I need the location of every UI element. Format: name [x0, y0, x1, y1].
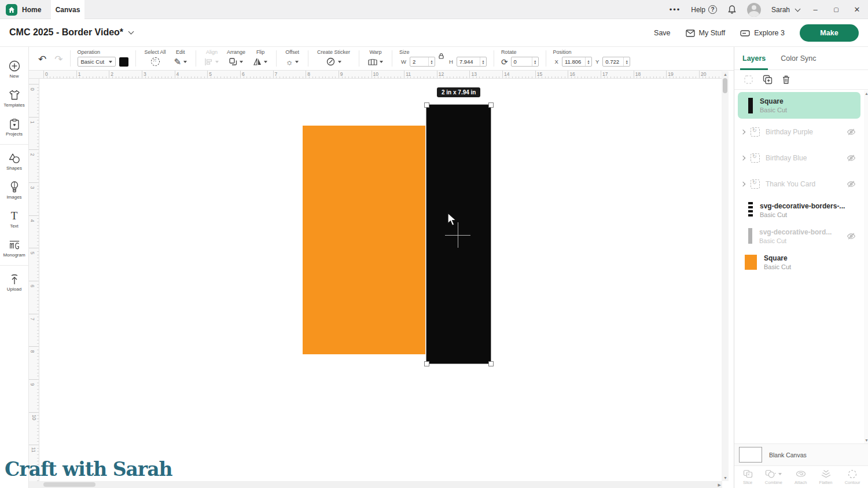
layer-row-0[interactable]: SquareBasic Cut: [738, 92, 860, 119]
user-menu-chevron-icon[interactable]: [795, 6, 801, 12]
shapes-icon: [9, 152, 20, 164]
make-button[interactable]: Make: [800, 24, 859, 42]
offset-icon: ☼: [286, 57, 293, 67]
tab-home[interactable]: Home: [6, 0, 41, 19]
duplicate-layer-icon[interactable]: [763, 75, 773, 85]
layer-name: Square: [764, 254, 864, 262]
my-stuff-button[interactable]: My Stuff: [686, 29, 726, 37]
visibility-off-icon[interactable]: [847, 127, 856, 137]
layer-name: Square: [760, 97, 860, 105]
selection-handle-top-left[interactable]: [424, 102, 429, 108]
window-close-button[interactable]: ✕: [852, 5, 862, 14]
layer-subtitle: Basic Cut: [764, 263, 864, 270]
layer-expand-chevron-icon[interactable]: [741, 181, 745, 186]
operation-value: Basic Cut: [81, 58, 105, 65]
warp-button[interactable]: Warp: [364, 47, 387, 70]
blank-canvas-thumbnail: [739, 447, 762, 463]
tab-color-sync[interactable]: Color Sync: [781, 47, 816, 70]
layer-expand-chevron-icon[interactable]: [741, 129, 745, 134]
visibility-off-icon[interactable]: [847, 153, 856, 163]
group-layers-icon: [744, 75, 753, 85]
layer-thumbnail-gray-bar: [748, 228, 752, 244]
vertical-scrollbar-thumb[interactable]: [723, 78, 727, 93]
sidebar-item-monogram[interactable]: Monogram: [0, 234, 29, 263]
layer-subtitle: Basic Cut: [759, 237, 847, 244]
save-button[interactable]: Save: [654, 29, 671, 37]
sidebar-item-images[interactable]: Images: [0, 176, 29, 205]
layer-row-5[interactable]: svg-decorative-bord...Basic Cut: [734, 223, 864, 249]
horizontal-scrollbar-thumb[interactable]: [43, 482, 95, 487]
sidebar-item-projects[interactable]: Projects: [0, 113, 29, 142]
layers-scrollbar[interactable]: ▲ ▼: [864, 90, 868, 443]
rotate-input[interactable]: 0 ▲▼: [511, 57, 539, 67]
height-input[interactable]: 7.944 ▲▼: [457, 57, 487, 67]
help-button[interactable]: Help ?: [691, 5, 717, 14]
offset-button[interactable]: Offset ☼: [281, 47, 303, 70]
combine-icon: [765, 469, 782, 479]
layer-row-1[interactable]: Birthday Purple: [734, 119, 864, 145]
width-input[interactable]: 2 ▲▼: [410, 57, 435, 67]
canvas-vertical-scrollbar[interactable]: ▲ ▼: [722, 71, 729, 481]
color-swatch[interactable]: [119, 57, 128, 67]
ruler-left-number: 7: [30, 317, 35, 320]
canvas-shape-black-rectangle-selected[interactable]: [426, 105, 491, 364]
window-minimize-button[interactable]: –: [810, 5, 821, 14]
layer-group-icon: [751, 127, 760, 137]
layer-expand-chevron-icon[interactable]: [741, 155, 745, 160]
left-sidebar: New Templates Projects Shapes Images T T…: [0, 47, 29, 488]
undo-button[interactable]: ↶: [38, 53, 46, 65]
layer-row-2[interactable]: Birthday Blue: [734, 145, 864, 171]
my-stuff-envelope-icon: [686, 30, 695, 37]
height-value: 7.944: [457, 58, 480, 65]
project-title-chevron-icon: [128, 29, 134, 35]
position-x-input[interactable]: 11.806 ▲▼: [562, 57, 592, 67]
canvas-shape-orange-rectangle[interactable]: [303, 126, 425, 354]
edit-label: Edit: [176, 49, 185, 55]
operation-select[interactable]: Basic Cut: [78, 57, 116, 67]
redo-button[interactable]: ↷: [54, 53, 62, 65]
rotate-icon[interactable]: ⟳: [501, 57, 508, 67]
layer-text: Birthday Blue: [766, 154, 847, 162]
layer-name: Thank You Card: [766, 180, 847, 188]
y-label: Y: [595, 58, 599, 65]
select-all-button[interactable]: Select All: [141, 47, 170, 70]
sidebar-item-templates[interactable]: Templates: [0, 84, 29, 113]
visibility-off-icon[interactable]: [847, 179, 856, 189]
layer-row-3[interactable]: Thank You Card: [734, 171, 864, 197]
create-sticker-icon: [326, 57, 336, 66]
window-maximize-button[interactable]: ▢: [831, 6, 841, 13]
y-stepper[interactable]: ▲▼: [623, 57, 630, 66]
tab-layers[interactable]: Layers: [742, 47, 766, 70]
position-y-input[interactable]: 0.722 ▲▼: [602, 57, 630, 67]
layer-row-4[interactable]: svg-decorative-borders-...Basic Cut: [734, 197, 864, 223]
delete-layer-icon[interactable]: [782, 75, 792, 85]
canvas-horizontal-scrollbar[interactable]: ▶: [29, 481, 722, 488]
user-avatar[interactable]: [747, 3, 761, 17]
explore-button[interactable]: Explore 3: [740, 29, 785, 37]
aspect-lock-icon[interactable]: [438, 53, 444, 59]
visibility-off-icon[interactable]: [847, 232, 856, 241]
create-sticker-button[interactable]: Create Sticker: [313, 47, 354, 70]
blank-canvas-row[interactable]: Blank Canvas: [734, 443, 868, 465]
rotate-stepper[interactable]: ▲▼: [532, 57, 538, 66]
sidebar-item-new[interactable]: New: [0, 55, 29, 84]
flip-button[interactable]: Flip: [249, 47, 271, 70]
sidebar-item-text[interactable]: T Text: [0, 205, 29, 234]
tab-canvas[interactable]: Canvas: [51, 0, 84, 19]
layer-text: svg-decorative-borders-...Basic Cut: [760, 202, 864, 218]
overflow-menu-icon[interactable]: •••: [670, 5, 681, 14]
project-title[interactable]: CMC 2025 - Border Video*: [9, 27, 133, 38]
arrange-button[interactable]: Arrange: [223, 47, 249, 70]
width-stepper[interactable]: ▲▼: [428, 57, 435, 66]
sidebar-item-shapes[interactable]: Shapes: [0, 147, 29, 176]
sidebar-item-upload[interactable]: Upload: [0, 268, 29, 297]
layer-row-6[interactable]: SquareBasic Cut: [734, 249, 864, 275]
notifications-bell-icon[interactable]: [727, 5, 737, 14]
edit-button[interactable]: Edit ✎: [170, 47, 192, 70]
layer-text: Birthday Purple: [766, 128, 847, 136]
selection-handle-bottom-right[interactable]: [488, 361, 494, 366]
x-stepper[interactable]: ▲▼: [585, 57, 591, 66]
selection-handle-bottom-left[interactable]: [424, 361, 429, 366]
selection-handle-top-right[interactable]: [488, 102, 494, 108]
height-stepper[interactable]: ▲▼: [480, 57, 486, 66]
